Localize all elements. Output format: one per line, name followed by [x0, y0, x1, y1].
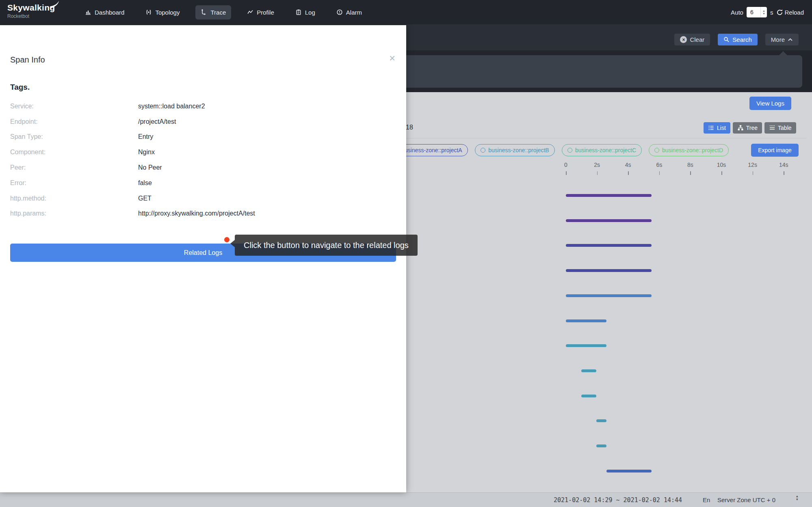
- nav-item-log[interactable]: Log: [290, 5, 320, 19]
- tag-value: system::load balancer2: [138, 103, 205, 110]
- service-badge-4[interactable]: business-zone::projectD: [649, 144, 729, 156]
- trace-span-bar[interactable]: [581, 395, 596, 397]
- service-badge-2[interactable]: business-zone::projectB: [475, 144, 555, 156]
- axis-tick-mark: [721, 171, 722, 175]
- nav-item-alarm[interactable]: Alarm: [331, 5, 367, 19]
- divider: [406, 138, 806, 138]
- related-logs-tooltip: Click the button to navigate to the rela…: [235, 235, 418, 256]
- tag-value: GET: [138, 195, 152, 202]
- nav-item-label: Trace: [210, 9, 226, 16]
- top-nav: Skywalking Rocketbot DashboardTopologyTr…: [0, 0, 812, 24]
- span-info-panel: Span Info × Tags. Service:system::load b…: [0, 25, 406, 492]
- axis-tick-label: 8s: [687, 162, 693, 168]
- dashboard-icon: [85, 9, 91, 15]
- tag-label: http.method:: [10, 195, 138, 202]
- timezone-label: Server Zone UTC + 0: [717, 496, 775, 503]
- trace-span-bar[interactable]: [566, 269, 652, 272]
- view-mode-tree-button[interactable]: Tree: [733, 122, 762, 134]
- axis-tick-label: 2s: [594, 162, 600, 168]
- timezone-stepper[interactable]: ▴▾: [796, 494, 798, 501]
- tag-field-row: Endpoint:/projectA/test: [10, 114, 392, 129]
- tag-value: http://proxy.skywalking.com/projectA/tes…: [138, 210, 255, 217]
- tag-value: No Peer: [138, 164, 162, 171]
- alarm-icon: [336, 9, 343, 15]
- auto-label: Auto: [731, 9, 743, 16]
- trace-span-bar[interactable]: [596, 444, 606, 447]
- axis-tick-mark: [784, 171, 784, 175]
- time-range-picker[interactable]: 2021-02-02 14:29 ~ 2021-02-02 14:44: [554, 496, 682, 504]
- main-menu: DashboardTopologyTraceProfileLogAlarm: [80, 0, 367, 24]
- view-mode-label: Tree: [746, 125, 758, 131]
- tag-label: Error:: [10, 179, 138, 187]
- status-bar: 2021-02-02 14:29 ~ 2021-02-02 14:44 En S…: [0, 492, 812, 507]
- nav-item-label: Log: [305, 9, 315, 16]
- service-badge-label: business-zone::projectB: [488, 147, 549, 153]
- dropdown-notch: [779, 51, 787, 55]
- close-icon[interactable]: ×: [389, 53, 395, 63]
- tag-field-row: Component:Nginx: [10, 145, 392, 160]
- tag-value: Nginx: [138, 149, 155, 156]
- view-mode-label: Table: [778, 125, 791, 131]
- view-mode-table-button[interactable]: Table: [764, 122, 796, 134]
- trace-span-bar[interactable]: [566, 319, 606, 322]
- axis-tick-label: 0: [564, 162, 567, 168]
- nav-item-label: Profile: [257, 9, 274, 16]
- brand-subtitle: Rocketbot: [7, 13, 55, 19]
- trace-span-bar[interactable]: [596, 419, 606, 422]
- trace-timestamp-fragment: 18: [406, 124, 413, 131]
- axis-tick-mark: [566, 171, 567, 175]
- view-mode-list-button[interactable]: List: [704, 122, 730, 134]
- service-badge-3[interactable]: business-zone::projectC: [562, 144, 642, 156]
- export-image-button[interactable]: Export image: [751, 144, 799, 157]
- axis-tick-label: 4s: [625, 162, 631, 168]
- trace-span-bar[interactable]: [566, 294, 652, 297]
- brand-logo: Skywalking Rocketbot: [7, 3, 55, 19]
- list-icon: [708, 125, 715, 131]
- axis-tick-label: 10s: [717, 162, 726, 168]
- tag-label: Service:: [10, 103, 138, 110]
- view-logs-button[interactable]: View Logs: [749, 97, 791, 110]
- trace-span-bar[interactable]: [566, 219, 652, 222]
- seconds-label: s: [770, 9, 773, 16]
- skywalking-trace-page: Skywalking Rocketbot DashboardTopologyTr…: [0, 0, 812, 507]
- auto-interval-input[interactable]: 6 ▴▾: [747, 7, 767, 17]
- trace-icon: [201, 9, 207, 15]
- trace-span-bar[interactable]: [566, 344, 606, 347]
- trace-span-bar[interactable]: [581, 369, 596, 372]
- tag-label: Endpoint:: [10, 118, 138, 125]
- axis-tick-label: 14s: [779, 162, 788, 168]
- tag-label: http.params:: [10, 210, 138, 217]
- nav-item-trace[interactable]: Trace: [195, 5, 231, 19]
- trace-span-bar[interactable]: [606, 470, 652, 472]
- service-badge-label: business-zone::projectA: [401, 147, 462, 153]
- tag-field-row: Service:system::load balancer2: [10, 99, 392, 114]
- language-selector[interactable]: En: [703, 496, 710, 503]
- log-icon: [295, 9, 302, 15]
- auto-interval-value: 6: [747, 9, 760, 15]
- reload-label: Reload: [784, 9, 804, 16]
- auto-reload-cluster: Auto 6 ▴▾ s Reload: [731, 0, 804, 24]
- nav-item-dashboard[interactable]: Dashboard: [80, 5, 130, 19]
- tag-field-row: Peer:No Peer: [10, 160, 392, 175]
- reload-button[interactable]: Reload: [776, 9, 804, 16]
- trace-span-bar[interactable]: [566, 194, 652, 197]
- search-button[interactable]: Search: [718, 34, 758, 45]
- nav-item-label: Dashboard: [95, 9, 124, 16]
- tag-value: /projectA/test: [138, 118, 176, 125]
- nav-item-profile[interactable]: Profile: [242, 5, 279, 19]
- service-badge-label: business-zone::projectD: [662, 147, 723, 153]
- auto-interval-stepper[interactable]: ▴▾: [760, 7, 767, 17]
- trace-span-bar[interactable]: [566, 244, 652, 247]
- service-circle-icon: [481, 148, 485, 153]
- axis-tick-mark: [659, 171, 660, 175]
- axis-tick-mark: [628, 171, 629, 175]
- cursor-dot: [224, 237, 230, 242]
- service-badge-label: business-zone::projectC: [575, 147, 636, 153]
- search-icon: [723, 37, 730, 43]
- panel-title: Span Info: [10, 55, 45, 65]
- nav-item-topology[interactable]: Topology: [140, 5, 185, 19]
- tag-value: false: [138, 179, 152, 187]
- clear-button[interactable]: × Clear: [674, 34, 710, 45]
- brand-swoosh-icon: [50, 0, 60, 9]
- more-button[interactable]: More: [765, 34, 799, 45]
